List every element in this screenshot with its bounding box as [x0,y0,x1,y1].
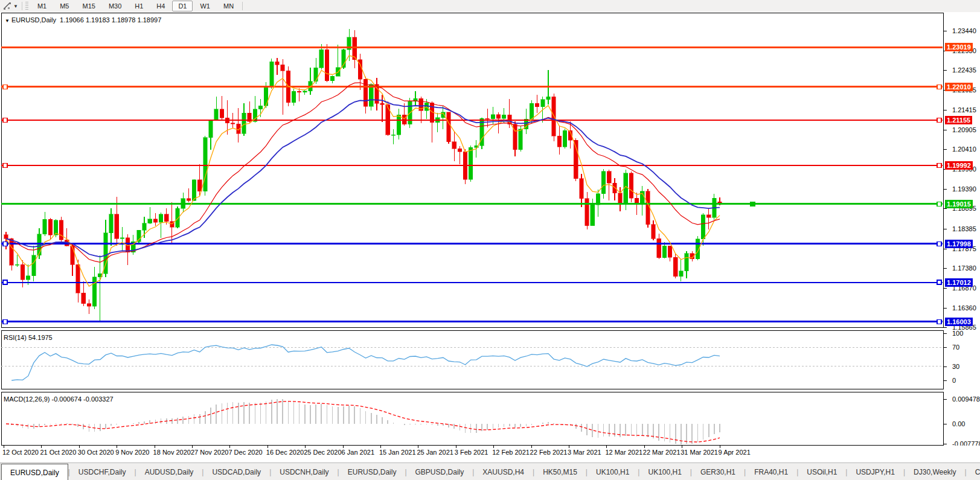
chart-tab-usdcad-daily[interactable]: USDCAD,Daily [203,463,269,480]
chart-tab-ger30-h1[interactable]: GER30,H1 [692,463,744,480]
toolbar-grip[interactable] [25,2,28,10]
rsi-chart[interactable] [1,331,943,389]
toolbar-separator [242,2,243,10]
price-tick-label: 1.20410 [952,146,976,153]
date-tick [155,446,155,448]
chart-tab-uk100-h1[interactable]: UK100,H1 [639,463,690,480]
chart-tab-uk100-h1[interactable]: UK100,H1 [588,463,638,480]
timeframe-button-mn[interactable]: MN [217,1,240,11]
line-handle[interactable] [937,319,941,324]
candle-body [447,112,451,142]
chart-tab-usdchf-daily[interactable]: USDCHF,Daily [70,463,135,480]
line-handle[interactable] [937,242,941,246]
date-label: 21 Oct 2020 [40,449,76,456]
chart-tab-usdcnh-daily[interactable]: USDCNH,Daily [271,463,337,480]
date-tick [418,446,418,448]
timeframe-button-m30[interactable]: M30 [103,1,127,11]
candle-body [176,208,180,227]
candle-body [652,225,656,238]
timeframe-button-d1[interactable]: D1 [172,1,193,11]
candle-body [275,62,280,65]
line-studies-cursor-icon[interactable] [2,1,13,11]
line-handle[interactable] [3,280,7,284]
timeframe-button-h1[interactable]: H1 [129,1,149,11]
chart-tab-fra40-h1[interactable]: FRA40,H1 [746,463,796,480]
chart-tab-usoil-h1[interactable]: USOil,H1 [798,463,845,480]
macd-tick [944,424,947,424]
candle-body [231,123,235,124]
date-tick [267,446,268,448]
candle-body [10,238,14,265]
toolbar-dropdown-caret-icon[interactable]: ▼ [13,4,18,9]
line-handle[interactable] [937,202,941,206]
price-axis[interactable]: 1.234401.229301.224351.219251.214151.209… [944,12,980,461]
chart-tab-hk50-m15[interactable]: HK50,M15 [534,463,586,480]
date-tick [343,446,344,448]
chart-tab-dj30-weekly[interactable]: DJ30,Weekly [905,463,964,480]
candle-body [491,115,495,119]
rsi-name: RSI(14) [4,334,27,341]
candle-body [519,129,523,150]
chart-tab-eurusd-daily[interactable]: EURUSD,Daily [339,463,405,480]
date-axis[interactable]: 12 Oct 202021 Oct 202030 Oct 20209 Nov 2… [0,446,980,461]
candle-body [397,115,401,135]
chart-tab-eurusd-daily[interactable]: EURUSD,Daily [1,464,68,480]
macd-chart[interactable] [1,392,943,445]
timeframe-button-m15[interactable]: M15 [76,1,101,11]
line-handle[interactable] [937,164,941,168]
price-tick-label: 1.16360 [952,304,976,312]
candle-body [115,214,119,238]
candle-body [530,103,534,119]
timeframe-button-m5[interactable]: M5 [54,1,75,11]
header-collapse-icon[interactable]: ▼ [5,18,10,24]
candlestick-chart[interactable] [1,13,943,327]
macd-name: MACD(12,26,9) [4,395,50,403]
line-handle[interactable] [751,202,755,206]
candle-body [297,91,301,92]
line-handle[interactable] [937,118,941,123]
chart-tab-gbpusd-daily[interactable]: GBPUSD,Daily [407,463,473,480]
line-handle[interactable] [3,319,7,324]
candle-body [21,264,25,280]
line-handle[interactable] [3,118,7,123]
candle-body [679,271,684,277]
mid-ma-line[interactable] [6,83,720,263]
candle-body [624,173,628,204]
tabbar-grip [0,463,1,480]
price-tick [944,189,947,190]
price-tick [944,130,947,130]
line-handle[interactable] [937,85,941,89]
timeframe-button-m1[interactable]: M1 [31,1,53,11]
line-handle[interactable] [937,280,941,284]
chart-tab-xauusd-h4[interactable]: XAUUSD,H4 [474,463,533,480]
fast-ma-line[interactable] [6,56,720,286]
chart-tab-usdjpy-h1[interactable]: USDJPY,H1 [847,463,903,480]
date-tick [682,446,682,448]
chart-symbol-header[interactable]: ▼ EURUSD,Daily 1.19066 1.19183 1.18978 1… [5,16,161,24]
candle-body [281,65,285,71]
candle-body [82,293,86,303]
candle-body [258,106,263,109]
chart-tab-china300-h1[interactable]: CHINA300,H1 [967,463,980,480]
candle-body [120,238,124,238]
candle-body [314,68,318,81]
slow-ma-line[interactable] [6,100,720,257]
candle-body [391,135,396,135]
date-label: 15 Jan 2021 [379,449,416,456]
timeframe-button-h4[interactable]: H4 [150,1,171,11]
date-label: 30 Oct 2020 [78,449,114,456]
chart-tab-audusd-daily[interactable]: AUDUSD,Daily [136,463,202,480]
date-label: 22 Feb 2021 [530,449,568,456]
date-label: 12 Feb 2021 [492,449,530,456]
timeframe-button-w1[interactable]: W1 [194,1,216,11]
line-handle[interactable] [3,164,7,168]
rsi-tick [944,366,947,367]
line-handle[interactable] [3,242,7,246]
date-tick [569,446,569,448]
candle-body [319,50,324,68]
candle-body [325,50,329,81]
line-handle[interactable] [3,85,7,89]
candle-body [197,180,202,191]
date-tick [644,446,645,448]
candle-body [546,97,551,100]
